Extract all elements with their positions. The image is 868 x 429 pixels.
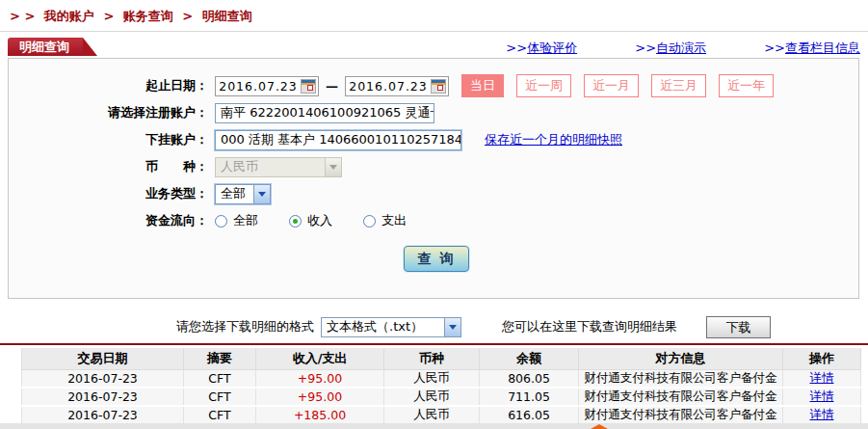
col-header-date: 交易日期: [22, 348, 184, 369]
download-button[interactable]: 下载: [706, 316, 771, 338]
date-to-input[interactable]: 2016.07.23: [345, 76, 449, 96]
sub-account-label: 下挂账户：: [9, 131, 208, 148]
download-format-value: 文本格式（.txt）: [322, 318, 444, 335]
cell-balance: 711.05: [480, 388, 579, 406]
breadcrumb-separator: >: [182, 9, 193, 23]
registered-account-value: 南平 6222001406100921065 灵通卡: [216, 104, 434, 121]
cell-date: 2016-07-23: [22, 406, 184, 424]
sub-account-value: 000 活期 基本户 1406600101102571848: [216, 131, 461, 148]
flow-option-income-label: 收入: [307, 212, 332, 229]
date-range-label: 起止日期：: [9, 77, 208, 94]
cell-summary: CFT: [184, 369, 256, 388]
table-row: 2016-07-23 CFT +185.00 人民币 616.05 财付通支付科…: [22, 406, 861, 424]
date-range-row: 起止日期： 2016.07.23 — 2016.07.23 当日 近一周 近一月…: [9, 75, 858, 96]
radio-checked-icon[interactable]: [289, 215, 302, 228]
link-label: 查看栏目信息: [785, 40, 860, 55]
cell-counterparty: 财付通支付科技有限公司客户备付金: [579, 388, 783, 406]
quick-range-year-button[interactable]: 近一年: [719, 74, 774, 97]
flow-option-income[interactable]: 收入: [289, 212, 332, 229]
tab-detail-query[interactable]: 明细查询: [8, 38, 83, 56]
save-snapshot-link[interactable]: 保存近一个月的明细快照: [485, 131, 622, 148]
experience-review-link[interactable]: >>体验评价: [506, 40, 577, 55]
col-header-currency: 币种: [384, 348, 480, 369]
auto-demo-link[interactable]: >>自动演示: [635, 40, 706, 55]
breadcrumb-item-account-query[interactable]: 账务查询: [123, 9, 173, 23]
cell-date: 2016-07-23: [22, 369, 184, 388]
date-from-input[interactable]: 2016.07.23: [215, 76, 319, 96]
cell-date: 2016-07-23: [22, 388, 184, 406]
calendar-icon[interactable]: [431, 79, 446, 94]
biz-type-value: 全部: [216, 185, 253, 202]
floating-widget-icon: [591, 424, 608, 429]
query-button[interactable]: 查 询: [404, 246, 469, 272]
divider: [0, 31, 868, 32]
date-from-value: 2016.07.23: [216, 79, 301, 94]
cell-amount: +95.00: [256, 388, 384, 406]
flow-option-all[interactable]: 全部: [215, 212, 258, 229]
table-header-row: 交易日期 摘要 收入/支出 币种 余额 对方信息 操作: [22, 348, 861, 369]
quick-range-month-button[interactable]: 近一月: [584, 74, 639, 97]
chevron-down-icon: [253, 185, 270, 203]
cell-currency: 人民币: [384, 406, 480, 424]
breadcrumb: > > 我的账户 > 账务查询 > 明细查询: [10, 8, 257, 25]
sub-account-select[interactable]: 000 活期 基本户 1406600101102571848: [215, 130, 461, 150]
registered-account-select[interactable]: 南平 6222001406100921065 灵通卡: [215, 103, 434, 123]
link-label: 自动演示: [656, 40, 706, 55]
link-arrow-prefix: >>: [635, 40, 656, 55]
cell-summary: CFT: [184, 406, 256, 424]
registered-account-label: 请选择注册账户：: [9, 104, 208, 121]
currency-label: 币 种：: [9, 158, 208, 175]
date-separator: —: [326, 79, 338, 94]
detail-link[interactable]: 详情: [810, 370, 834, 385]
biz-type-select[interactable]: 全部: [215, 184, 271, 204]
flow-label: 资金流向：: [9, 212, 208, 229]
download-hint: 您可以在这里下载查询明细结果: [502, 318, 677, 335]
detail-link[interactable]: 详情: [810, 407, 834, 421]
section-divider: [0, 343, 868, 345]
cell-amount: +185.00: [256, 406, 384, 424]
quick-range-week-button[interactable]: 近一周: [516, 74, 571, 97]
cell-currency: 人民币: [384, 388, 480, 406]
quick-range-3months-button[interactable]: 近三月: [651, 74, 706, 97]
cell-balance: 806.05: [480, 369, 579, 388]
chevron-down-icon: [444, 318, 460, 336]
transaction-table: 交易日期 摘要 收入/支出 币种 余额 对方信息 操作 2016-07-23 C…: [21, 348, 861, 425]
registered-account-row: 请选择注册账户： 南平 6222001406100921065 灵通卡: [9, 102, 858, 123]
flow-option-expense[interactable]: 支出: [363, 212, 407, 229]
cell-summary: CFT: [184, 388, 256, 406]
cell-counterparty: 财付通支付科技有限公司客户备付金: [579, 369, 783, 388]
link-arrow-prefix: >>: [506, 40, 527, 55]
calendar-icon[interactable]: [301, 79, 316, 94]
col-header-counterparty: 对方信息: [579, 348, 783, 369]
table-row: 2016-07-23 CFT +95.00 人民币 711.05 财付通支付科技…: [22, 388, 861, 406]
cell-currency: 人民币: [384, 369, 480, 388]
currency-value: 人民币: [216, 158, 325, 175]
cell-balance: 616.05: [480, 406, 579, 424]
col-header-amount: 收入/支出: [256, 348, 384, 369]
cell-counterparty: 财付通支付科技有限公司客户备付金: [579, 406, 783, 424]
radio-icon[interactable]: [215, 215, 227, 228]
view-column-info-link[interactable]: >>查看栏目信息: [764, 40, 860, 55]
download-format-select[interactable]: 文本格式（.txt）: [321, 317, 461, 337]
breadcrumb-item-my-account[interactable]: 我的账户: [44, 9, 94, 23]
detail-link[interactable]: 详情: [810, 389, 834, 403]
currency-select: 人民币: [215, 157, 342, 177]
breadcrumb-separator: >: [103, 9, 114, 23]
cell-amount: +95.00: [256, 369, 384, 388]
flow-option-all-label: 全部: [233, 212, 258, 229]
chevron-down-icon: [325, 158, 341, 176]
flow-row: 资金流向： 全部 收入 支出: [9, 210, 858, 231]
biz-type-label: 业务类型：: [9, 185, 208, 202]
link-label: 体验评价: [527, 40, 577, 55]
breadcrumb-item-detail-query[interactable]: 明细查询: [202, 9, 252, 23]
radio-icon[interactable]: [363, 215, 376, 228]
link-arrow-prefix: >>: [764, 40, 785, 55]
col-header-summary: 摘要: [184, 348, 256, 369]
breadcrumb-prefix: > >: [10, 9, 35, 23]
date-to-value: 2016.07.23: [346, 79, 431, 94]
quick-range-today-button[interactable]: 当日: [461, 74, 504, 97]
table-row: 2016-07-23 CFT +95.00 人民币 806.05 财付通支付科技…: [22, 369, 861, 388]
download-format-label: 请您选择下载明细的格式: [176, 318, 314, 335]
download-row: 请您选择下载明细的格式 文本格式（.txt） 您可以在这里下载查询明细结果 下载: [0, 315, 868, 338]
col-header-balance: 余额: [480, 348, 579, 369]
